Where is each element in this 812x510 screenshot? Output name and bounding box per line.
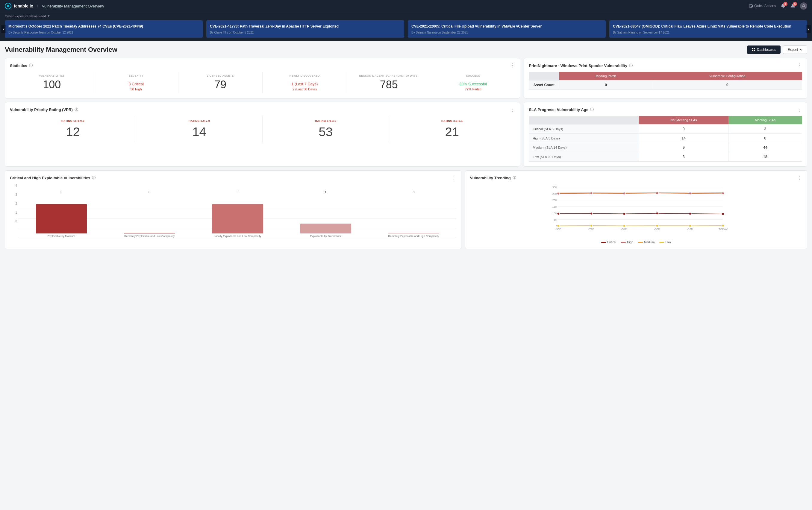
- news-feed-label[interactable]: Cyber Exposure News Feed ▾: [5, 14, 807, 18]
- nav-logo[interactable]: tenable.io: [5, 3, 33, 9]
- bar-value-label-1: 0: [148, 190, 150, 194]
- legend-item-medium: Medium: [638, 241, 655, 244]
- sla-not-val-1: 14: [639, 134, 728, 143]
- bar-y-axis: 01234: [10, 184, 18, 223]
- bar-value-label-0: 3: [60, 190, 62, 194]
- sla-meeting-val-0: 3: [728, 124, 802, 134]
- bar-3[interactable]: [300, 223, 351, 234]
- printnightmare-header: PrintNightmare - Windows Print Spooler V…: [529, 63, 802, 68]
- svg-point-5: [803, 4, 805, 6]
- svg-point-50: [623, 225, 625, 227]
- user-avatar[interactable]: [800, 2, 807, 9]
- news-next-btn[interactable]: ›: [806, 25, 811, 33]
- printnightmare-menu-btn[interactable]: ⋮: [797, 63, 802, 68]
- dashboards-button[interactable]: Dashboards: [747, 46, 781, 54]
- sla-info-icon[interactable]: ⓘ: [590, 107, 594, 112]
- exploitable-info-icon[interactable]: ⓘ: [92, 175, 95, 180]
- quick-actions-btn[interactable]: Quick Actions: [749, 4, 776, 8]
- svg-point-53: [722, 224, 724, 227]
- news-card-2[interactable]: CVE-2021-22005: Critical File Upload Vul…: [408, 20, 606, 38]
- export-button[interactable]: Export: [783, 46, 807, 54]
- sla-meeting-val-2: 44: [728, 143, 802, 152]
- legend-item-high: High: [621, 241, 633, 244]
- bar-group-0: 3Exploitable by Malware: [19, 190, 104, 238]
- exploitable-menu-btn[interactable]: ⋮: [452, 176, 456, 180]
- notifications-badge: 3: [783, 2, 787, 6]
- legend-item-critical: Critical: [601, 241, 616, 244]
- alerts-btn[interactable]: 5: [790, 3, 795, 9]
- sla-not-meeting-header: Not Meeting SLAs: [639, 116, 728, 124]
- trending-title: Vulnerability Trending ⓘ: [470, 175, 516, 180]
- chevron-down-icon: ▾: [48, 14, 50, 18]
- vpr-item-3: RATING 3.9-0.1 21: [389, 116, 515, 143]
- page-title: Vulnerability Management Overview: [5, 46, 117, 54]
- trending-info-icon[interactable]: ⓘ: [513, 175, 516, 180]
- news-prev-btn[interactable]: ‹: [1, 25, 6, 33]
- bar-value-label-3: 1: [324, 190, 326, 194]
- svg-point-39: [656, 192, 658, 194]
- legend-dot-medium: [638, 242, 643, 243]
- bar-0[interactable]: [36, 204, 87, 234]
- bar-2[interactable]: [212, 204, 263, 234]
- header-actions: Dashboards Export: [747, 46, 807, 54]
- statistics-menu-btn[interactable]: ⋮: [510, 63, 515, 68]
- bar-x-label-1: Remotely Exploitable and Low Complexity: [107, 235, 192, 238]
- stat-licensed-assets: LICENSED ASSETS 79: [178, 72, 263, 94]
- pn-val1: 0: [559, 80, 653, 89]
- statistics-info-icon[interactable]: ⓘ: [29, 63, 33, 68]
- pn-col1-header: Missing Patch: [559, 72, 653, 81]
- bar-1[interactable]: [124, 233, 175, 234]
- svg-point-44: [623, 213, 625, 215]
- news-card-title-0: Microsoft's October 2021 Patch Tuesday A…: [8, 24, 199, 29]
- news-card-meta-3: By Satnam Narang on September 17 2021: [613, 31, 804, 34]
- bar-wrap-1: [107, 194, 192, 234]
- legend-label-medium: Medium: [644, 241, 655, 244]
- svg-rect-9: [754, 50, 755, 51]
- sla-corner-header: [529, 116, 639, 124]
- news-card-title-3: CVE-2021-38647 (OMIGOD): Critical Flaw L…: [613, 24, 804, 29]
- sla-meeting-val-3: 18: [728, 152, 802, 161]
- vpr-info-icon[interactable]: ⓘ: [75, 107, 78, 112]
- legend-dot-low: [659, 242, 664, 243]
- sla-table: Not Meeting SLAs Meeting SLAs Critical (…: [529, 116, 802, 161]
- sla-title: SLA Progress: Vulnerability Age ⓘ: [529, 107, 594, 112]
- pn-col2-header: Vulnerable Configuration: [653, 72, 802, 81]
- news-card-meta-0: By Security Response Team on October 12 …: [8, 31, 199, 34]
- bar-wrap-2: [195, 194, 280, 234]
- svg-text:0: 0: [555, 225, 557, 228]
- exploitable-card: Critical and High Exploitable Vulnerabil…: [5, 170, 461, 249]
- bar-4[interactable]: [388, 233, 439, 234]
- news-card-1[interactable]: CVE-2021-41773: Path Traversal Zero-Day …: [206, 20, 404, 38]
- svg-point-41: [722, 192, 724, 194]
- svg-text:-90D: -90D: [555, 228, 561, 231]
- statistics-card-header: Statistics ⓘ ⋮: [10, 63, 515, 68]
- legend-label-critical: Critical: [607, 241, 616, 244]
- bar-x-label-4: Remotely Exploitable and High Complexity: [371, 235, 456, 238]
- statistics-card: Statistics ⓘ ⋮ VULNERABILITIES 100 SEVER…: [5, 58, 520, 99]
- news-card-meta-2: By Satnam Narang on September 22 2021: [411, 31, 602, 34]
- svg-point-49: [590, 224, 592, 227]
- vpr-menu-btn[interactable]: ⋮: [510, 108, 515, 112]
- sla-not-val-2: 9: [639, 143, 728, 152]
- alerts-badge: 5: [793, 2, 797, 6]
- svg-text:5K: 5K: [554, 218, 557, 221]
- pn-val2: 0: [653, 80, 802, 89]
- printnightmare-table: Missing Patch Vulnerable Configuration A…: [529, 72, 802, 90]
- printnightmare-info-icon[interactable]: ⓘ: [629, 63, 633, 68]
- legend-item-low: Low: [659, 241, 671, 244]
- bar-group-4: 0Remotely Exploitable and High Complexit…: [371, 190, 456, 238]
- svg-point-36: [557, 192, 559, 195]
- bottom-row: Critical and High Exploitable Vulnerabil…: [5, 170, 807, 249]
- sla-menu-btn[interactable]: ⋮: [797, 108, 802, 112]
- chevron-down-icon: [800, 48, 803, 51]
- nav-logo-text: tenable.io: [14, 4, 33, 8]
- bar-group-2: 3Locally Exploitable and Low Complexity: [195, 190, 280, 238]
- vpr-title: Vulnerability Priority Rating (VPR) ⓘ: [10, 107, 78, 112]
- notifications-btn[interactable]: 3: [781, 3, 786, 9]
- vpr-grid: RATING 10.0-9.0 12 RATING 8.9-7.0 14 RAT…: [10, 116, 515, 143]
- svg-text:-72D: -72D: [588, 228, 594, 231]
- news-card-0[interactable]: Microsoft's October 2021 Patch Tuesday A…: [5, 20, 203, 38]
- news-card-3[interactable]: CVE-2021-38647 (OMIGOD): Critical Flaw L…: [609, 20, 807, 38]
- svg-text:20K: 20K: [552, 199, 557, 202]
- trending-menu-btn[interactable]: ⋮: [797, 176, 802, 180]
